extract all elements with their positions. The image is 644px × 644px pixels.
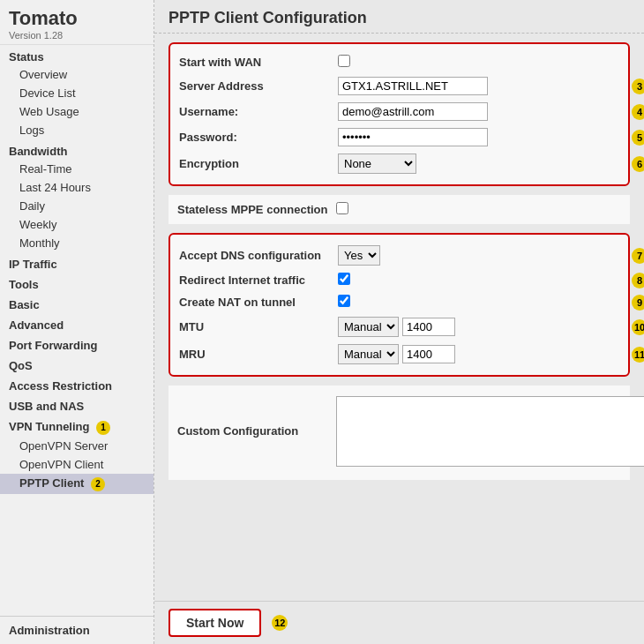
label-mru: MRU — [179, 348, 338, 361]
sidebar-item-web-usage[interactable]: Web Usage — [0, 102, 154, 121]
sidebar-item-device-list[interactable]: Device List — [0, 84, 154, 102]
start-now-button[interactable]: Start Now — [168, 609, 261, 637]
row-start-with-wan: Start with WAN — [179, 51, 619, 73]
page-title: PPTP Client Configuration — [168, 9, 630, 27]
sidebar-item-openvpn-server[interactable]: OpenVPN Server — [0, 437, 154, 455]
sidebar-item-monthly[interactable]: Monthly — [0, 234, 154, 252]
value-create-nat — [338, 295, 619, 310]
section-basic: Basic — [0, 293, 154, 313]
label-start-with-wan: Start with WAN — [179, 56, 338, 69]
sidebar: Tomato Version 1.28 Status Overview Devi… — [0, 0, 154, 644]
sidebar-item-logs[interactable]: Logs — [0, 121, 154, 139]
row-mru: MRU Manual Auto 11 — [179, 341, 619, 368]
checkbox-stateless-mppe[interactable] — [336, 202, 348, 214]
badge-12: 12 — [272, 615, 288, 631]
value-username — [338, 102, 619, 121]
sidebar-item-weekly[interactable]: Weekly — [0, 215, 154, 234]
input-mtu-value[interactable] — [402, 318, 455, 336]
checkbox-start-with-wan[interactable] — [338, 55, 350, 67]
input-server-address[interactable] — [338, 77, 488, 95]
section-access-restriction: Access Restriction — [0, 374, 154, 394]
section-bandwidth: Bandwidth — [0, 139, 154, 160]
badge-9: 9 — [632, 295, 644, 311]
label-encryption: Encryption — [179, 157, 338, 170]
value-encryption: None MPPE-40 MPPE-128 — [338, 154, 619, 174]
label-mtu: MTU — [179, 320, 338, 333]
badge-6: 6 — [632, 156, 644, 172]
row-mtu: MTU Manual Auto 10 — [179, 313, 619, 341]
badge-10: 10 — [632, 319, 644, 335]
section1-wrapper: Start with WAN Server Address 3 Username… — [168, 42, 630, 186]
value-start-with-wan — [338, 55, 619, 70]
value-accept-dns: Yes No — [338, 245, 619, 266]
input-username[interactable] — [338, 102, 488, 121]
value-stateless-mppe — [336, 202, 621, 217]
textarea-custom-config[interactable] — [336, 396, 644, 467]
row-encryption: Encryption None MPPE-40 MPPE-128 6 — [179, 150, 619, 177]
row-redirect-traffic: Redirect Internet traffic 8 — [179, 269, 619, 291]
sidebar-item-pptp-client[interactable]: PPTP Client 2 — [0, 474, 154, 494]
select-encryption[interactable]: None MPPE-40 MPPE-128 — [338, 154, 416, 174]
main-header: PPTP Client Configuration — [154, 0, 644, 34]
pptp-client-badge: 2 — [91, 477, 105, 491]
bottom-bar: Start Now 12 — [154, 601, 644, 644]
label-password: Password: — [179, 131, 338, 144]
value-custom-config — [336, 396, 644, 469]
section2-wrapper: Accept DNS configuration Yes No 7 Redire… — [168, 233, 630, 377]
row-create-nat: Create NAT on tunnel 9 — [179, 291, 619, 313]
select-accept-dns[interactable]: Yes No — [338, 245, 380, 266]
value-mru: Manual Auto — [338, 344, 619, 364]
checkbox-create-nat[interactable] — [338, 295, 350, 307]
badge-11: 11 — [632, 347, 644, 363]
custom-config-section: Custom Configuration — [168, 386, 630, 480]
select-mru-mode[interactable]: Manual Auto — [338, 344, 399, 364]
sidebar-item-openvpn-client[interactable]: OpenVPN Client — [0, 455, 154, 474]
label-redirect-traffic: Redirect Internet traffic — [179, 273, 338, 287]
sidebar-item-last-24h[interactable]: Last 24 Hours — [0, 178, 154, 197]
section-ip-traffic: IP Traffic — [0, 252, 154, 273]
badge-4: 4 — [632, 104, 644, 120]
section-tools: Tools — [0, 273, 154, 293]
row-username: Username: 4 — [179, 99, 619, 124]
badge-7: 7 — [632, 248, 644, 264]
input-password[interactable] — [338, 128, 488, 146]
section-usb-nas: USB and NAS — [0, 394, 154, 415]
value-server-address — [338, 77, 619, 95]
label-username: Username: — [179, 105, 338, 118]
config-section-2: Accept DNS configuration Yes No 7 Redire… — [168, 233, 630, 377]
app-version: Version 1.28 — [9, 30, 145, 41]
label-stateless-mppe: Stateless MPPE connection — [177, 203, 336, 216]
row-custom-config: Custom Configuration — [177, 393, 621, 473]
sidebar-header: Tomato Version 1.28 — [0, 0, 154, 45]
select-mtu-mode[interactable]: Manual Auto — [338, 317, 399, 337]
label-custom-config: Custom Configuration — [177, 424, 336, 438]
value-redirect-traffic — [338, 273, 619, 288]
section-port-forwarding: Port Forwarding — [0, 333, 154, 354]
input-mru-value[interactable] — [402, 345, 455, 363]
badge-8: 8 — [632, 273, 644, 288]
sidebar-item-daily[interactable]: Daily — [0, 197, 154, 215]
badge-3: 3 — [632, 79, 644, 94]
badge-5: 5 — [632, 130, 644, 146]
label-accept-dns: Accept DNS configuration — [179, 249, 338, 262]
section-status: Status — [0, 45, 154, 65]
row-accept-dns: Accept DNS configuration Yes No 7 — [179, 242, 619, 269]
main-content: Start with WAN Server Address 3 Username… — [154, 34, 644, 601]
value-mtu: Manual Auto — [338, 317, 619, 337]
config-section-1: Start with WAN Server Address 3 Username… — [168, 42, 630, 186]
sidebar-item-real-time[interactable]: Real-Time — [0, 160, 154, 178]
row-password: Password: 5 — [179, 124, 619, 150]
checkbox-redirect-traffic[interactable] — [338, 273, 350, 285]
label-create-nat: Create NAT on tunnel — [179, 296, 338, 309]
row-server-address: Server Address 3 — [179, 73, 619, 99]
sidebar-admin-label: Administration — [0, 616, 154, 644]
app-title: Tomato — [9, 7, 145, 30]
section-vpn-tunneling: VPN Tunneling 1 — [0, 415, 154, 437]
section-qos: QoS — [0, 354, 154, 374]
value-password — [338, 128, 619, 146]
sidebar-item-overview[interactable]: Overview — [0, 65, 154, 84]
section-advanced: Advanced — [0, 313, 154, 333]
row-stateless-mppe: Stateless MPPE connection — [177, 198, 621, 221]
label-server-address: Server Address — [179, 79, 338, 93]
vpn-tunneling-badge: 1 — [96, 421, 110, 435]
